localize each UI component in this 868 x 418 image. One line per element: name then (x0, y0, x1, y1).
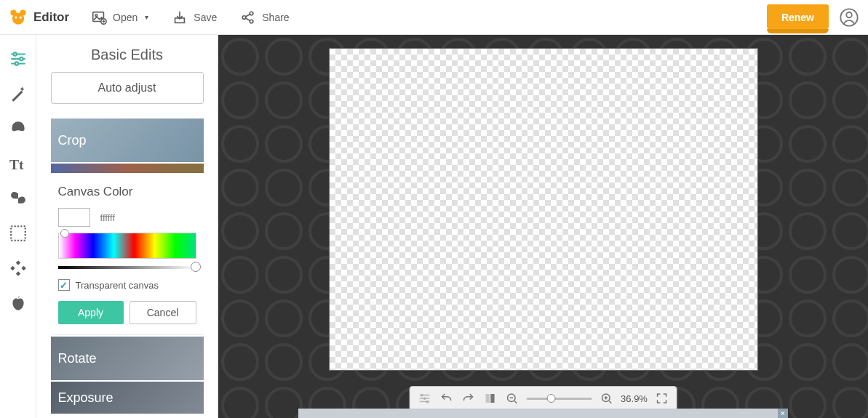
zoom-out-icon[interactable] (504, 391, 519, 406)
sliders-icon[interactable] (9, 49, 28, 68)
workspace: 36.9% ✕ (218, 35, 868, 418)
canvas-color-card: Canvas Color ffffff ✓ Transparent canvas… (51, 174, 204, 335)
share-label: Share (262, 12, 289, 23)
svg-point-16 (15, 62, 17, 65)
slider-knob[interactable] (191, 262, 201, 272)
zoom-knob[interactable] (546, 394, 555, 403)
fullscreen-icon[interactable] (655, 391, 669, 406)
apple-icon[interactable] (9, 294, 28, 313)
svg-rect-18 (11, 226, 25, 241)
layers-icon (417, 391, 431, 406)
apply-button[interactable]: Apply (58, 301, 124, 324)
zoom-text: 36.9% (621, 393, 648, 404)
ad-bar: ✕ (298, 409, 788, 418)
face-icon[interactable] (9, 119, 28, 138)
profile-icon[interactable] (839, 7, 859, 28)
save-label: Save (194, 12, 217, 23)
save-button[interactable]: Save (164, 5, 224, 30)
text-icon[interactable]: Tt (9, 154, 28, 173)
color-swatch[interactable] (58, 208, 90, 227)
image-add-icon (91, 9, 107, 25)
canvas-color-title: Canvas Color (58, 185, 196, 199)
hex-value: ffffff (100, 212, 116, 223)
butterfly-icon[interactable] (9, 189, 28, 208)
edit-panel: Basic Edits Auto adjust Crop Canvas Colo… (36, 35, 218, 418)
compare-icon[interactable] (482, 391, 497, 406)
svg-point-15 (20, 57, 23, 60)
svg-point-14 (13, 52, 16, 55)
transparent-canvas-toggle[interactable]: ✓ Transparent canvas (58, 279, 196, 291)
share-icon (240, 9, 256, 25)
zoom-slider[interactable] (526, 398, 592, 400)
save-icon (172, 9, 188, 25)
svg-point-13 (846, 12, 851, 17)
checkbox-icon: ✓ (58, 279, 70, 291)
redo-icon[interactable] (461, 391, 475, 406)
open-label: Open (113, 12, 138, 23)
exposure-section[interactable]: Exposure (51, 382, 204, 414)
svg-rect-22 (485, 394, 489, 403)
undo-icon[interactable] (439, 391, 453, 406)
tool-rail: Tt (0, 35, 36, 418)
svg-rect-23 (490, 394, 494, 403)
color-spectrum[interactable] (58, 233, 196, 259)
canvas[interactable] (329, 48, 758, 371)
magic-wand-icon[interactable] (9, 84, 28, 103)
rotate-section[interactable]: Rotate (51, 337, 204, 380)
panel-title: Basic Edits (91, 35, 163, 72)
svg-point-1 (10, 9, 16, 15)
section-divider (51, 164, 204, 173)
brand-name: Editor (33, 10, 69, 25)
brand: Editor (9, 8, 69, 27)
monkey-logo-icon (9, 8, 28, 27)
share-button[interactable]: Share (233, 5, 296, 30)
chevron-down-icon: ▾ (145, 13, 148, 21)
svg-point-2 (20, 9, 25, 15)
transparent-label: Transparent canvas (76, 280, 159, 291)
renew-button[interactable]: Renew (767, 4, 829, 31)
zoom-in-icon[interactable] (599, 391, 613, 406)
svg-text:Tt: Tt (9, 157, 24, 172)
canvas-toolbar: 36.9% (409, 386, 677, 411)
svg-point-3 (15, 16, 17, 18)
svg-point-4 (20, 16, 22, 18)
texture-icon[interactable] (9, 259, 28, 278)
lightness-slider[interactable] (58, 266, 196, 269)
auto-adjust-button[interactable]: Auto adjust (51, 72, 204, 104)
crop-section[interactable]: Crop (51, 118, 204, 162)
open-button[interactable]: Open ▾ (84, 5, 156, 30)
ad-close-icon[interactable]: ✕ (778, 409, 788, 418)
frame-icon[interactable] (9, 224, 28, 243)
cancel-button[interactable]: Cancel (130, 301, 196, 324)
